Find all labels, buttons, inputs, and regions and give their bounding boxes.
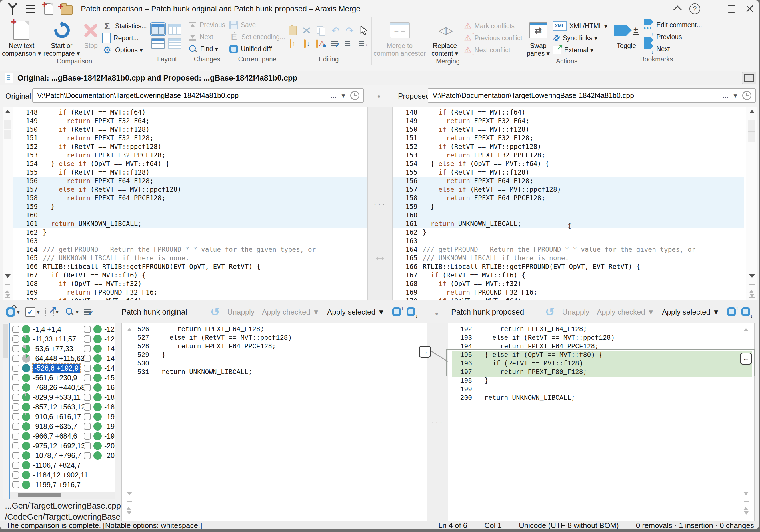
hunk-checkbox[interactable] <box>84 374 91 381</box>
apply-list-button[interactable]: ✓ <box>84 304 93 320</box>
close-icon[interactable] <box>741 0 758 18</box>
layout-two-panes-button[interactable] <box>151 24 165 34</box>
scrollbar-thumb[interactable] <box>748 120 755 131</box>
xml-html-button[interactable]: XMLXML/HTML ▾ <box>553 20 607 32</box>
hunk-checkbox[interactable] <box>12 335 20 343</box>
hunk-checkbox[interactable] <box>84 423 91 430</box>
path-dropdown-icon[interactable]: ▾ <box>341 91 345 100</box>
hunk-checkbox[interactable] <box>84 413 91 420</box>
hunk-range-label[interactable]: -966,7 +684,6 <box>33 432 77 440</box>
patch-hunk-original-pane[interactable]: 526 return FPEXT_F64_F128;527 else if (R… <box>121 322 427 521</box>
hunk-range-label[interactable]: -53,6 +77,33 <box>33 345 73 353</box>
hunk-checkbox[interactable] <box>84 335 91 343</box>
skip-to-next-change-icon[interactable] <box>5 293 11 298</box>
hunk-checkbox[interactable] <box>12 355 20 362</box>
hunk-list-item[interactable]: -768,26 +440,58 <box>12 383 88 392</box>
hunk-range-label[interactable]: -151 <box>104 374 115 382</box>
hunk-list-item[interactable]: -1199,7 +916,7 <box>12 480 88 489</box>
hunk-checkbox[interactable] <box>12 384 20 391</box>
insert-after-icon[interactable]: ↓ <box>302 39 312 49</box>
hunk-checkbox[interactable] <box>12 442 20 450</box>
hunk-range-label[interactable]: -190 <box>104 412 115 421</box>
hunk-list-item[interactable]: -526,6 +192,9 <box>12 363 88 373</box>
hunk-checkbox[interactable] <box>84 355 91 362</box>
remove-conflict-icon[interactable]: ⚠ <box>316 39 326 49</box>
scrollbar-thumb[interactable] <box>4 130 12 139</box>
hunk-range-label[interactable]: -188 <box>104 403 115 411</box>
hunk-list-item[interactable]: -145 <box>84 363 115 373</box>
original-path-input[interactable]: V:\Patch\Documentation\TargetLoweringBas… <box>32 88 364 103</box>
hunk-list-item[interactable]: -129 <box>84 334 115 344</box>
hunk-list-item[interactable]: -857,12 +563,12 <box>12 402 88 412</box>
select-cursor-icon[interactable] <box>359 26 369 35</box>
options-button[interactable]: ⚙Options ▾ <box>102 44 147 56</box>
next-bookmark-button[interactable]: ↓Next <box>644 43 702 55</box>
hunk-list-item[interactable]: -203 <box>84 441 115 451</box>
unified-diff-button[interactable]: Unified diff <box>229 43 285 55</box>
minimize-icon[interactable] <box>705 0 721 18</box>
apply-down-icon[interactable]: ↓ <box>406 306 418 318</box>
hunk-list-item[interactable]: -190 <box>84 412 115 421</box>
gutter-resize-icon[interactable]: ↔ <box>368 248 392 264</box>
hunk-checkbox[interactable] <box>84 384 91 391</box>
hunk-list[interactable]: -1,4 +1,4-11,33 +11,57-53,6 +77,33-64,44… <box>9 322 115 499</box>
hunk-list-item[interactable]: -910,6 +616,17 <box>12 412 88 421</box>
hunk-list-item[interactable]: -161 <box>84 383 115 392</box>
scroll-down-icon[interactable] <box>743 492 748 496</box>
skip-to-previous-change-icon[interactable] <box>5 284 11 290</box>
skip-to-next-icon[interactable] <box>743 511 749 515</box>
hunk-checkbox[interactable] <box>12 413 20 420</box>
hunk-list-item[interactable]: -966,7 +684,6 <box>12 431 88 441</box>
hunk-range-label[interactable]: -829,9 +533,11 <box>33 393 80 402</box>
hunk-checkbox[interactable] <box>84 442 91 450</box>
patch-hunk-proposed-pane[interactable]: 192 return FPEXT_F64_F128;193 else if (R… <box>448 322 755 521</box>
scroll-down-icon[interactable] <box>5 274 11 278</box>
skip-to-previous-change-icon[interactable] <box>749 284 755 290</box>
proposed-path-input[interactable]: V:\Patch\Documentation\TargetLoweringBas… <box>428 88 756 103</box>
scrollbar-thumb[interactable] <box>4 120 12 129</box>
hunk-list-item[interactable]: -53,6 +77,33 <box>12 344 88 354</box>
hunk-list-item[interactable]: -829,9 +533,11 <box>12 392 88 402</box>
path-ellipsis-button[interactable]: ... <box>331 91 337 100</box>
swap-panes-button[interactable]: ⇄ Swappanes ▾ <box>526 19 550 57</box>
hunk-list-item[interactable]: -197 <box>84 431 115 441</box>
menu-icon[interactable] <box>24 0 37 18</box>
hunk-list-item[interactable]: -11,33 +11,57 <box>12 334 88 344</box>
find-button[interactable]: Find ▾ <box>189 43 225 55</box>
insert-before-icon[interactable]: ↑ <box>288 39 298 49</box>
help-icon[interactable]: ? <box>687 0 703 18</box>
hunk-list-item[interactable]: -209 <box>84 451 115 460</box>
indent-icon[interactable]: → <box>359 39 369 49</box>
hunk-checkbox[interactable] <box>12 481 20 488</box>
hunk-checkbox[interactable] <box>84 326 91 333</box>
hunk-list-item[interactable]: -183 <box>84 392 115 402</box>
statistics-button[interactable]: ΣStatistics... <box>102 20 147 32</box>
hunk-range-label[interactable]: -141 <box>104 345 115 353</box>
hunk-range-label[interactable]: -203 <box>104 442 115 450</box>
hunk-list-item[interactable]: -1,4 +1,4 <box>12 324 88 334</box>
scroll-down-icon[interactable] <box>127 492 132 496</box>
hunk-checkbox[interactable] <box>12 345 20 352</box>
hunk-range-label[interactable]: -561,6 +230,9 <box>33 374 77 382</box>
hunk-checkbox[interactable] <box>12 462 20 469</box>
hunk-list-item[interactable]: -143 <box>84 354 115 363</box>
path-dropdown-icon[interactable]: ▾ <box>734 91 737 100</box>
hunk-list-item[interactable]: -64,448 +115,63 <box>12 354 88 363</box>
hunk-range-label[interactable]: -1184,12 +902,11 <box>33 471 88 479</box>
original-scrollbar[interactable] <box>3 107 13 300</box>
skip-to-previous-icon[interactable] <box>126 501 132 507</box>
hunk-list-item[interactable]: -1078,7 +796,7 <box>12 451 88 460</box>
hunk-list-item[interactable]: -918,6 +635,7 <box>12 421 88 431</box>
hunk-checkbox[interactable] <box>84 394 91 401</box>
maximize-pane-icon[interactable] <box>742 72 756 84</box>
scroll-up-icon[interactable] <box>749 110 755 114</box>
hunk-checkbox[interactable] <box>84 364 91 372</box>
hunk-range-label[interactable]: -975,12 +692,13 <box>33 442 85 450</box>
hunk-checkbox[interactable] <box>12 452 20 459</box>
hunk-range-label[interactable]: -918,6 +635,7 <box>33 422 77 431</box>
hunk-range-label[interactable]: -768,26 +440,58 <box>33 383 85 392</box>
edit-comment-button[interactable]: •••Edit comment... <box>644 20 702 31</box>
hunk-checkbox[interactable] <box>12 433 20 440</box>
apply-up-icon[interactable]: ↑ <box>727 306 738 318</box>
hunk-range-label[interactable]: -197 <box>104 432 115 440</box>
